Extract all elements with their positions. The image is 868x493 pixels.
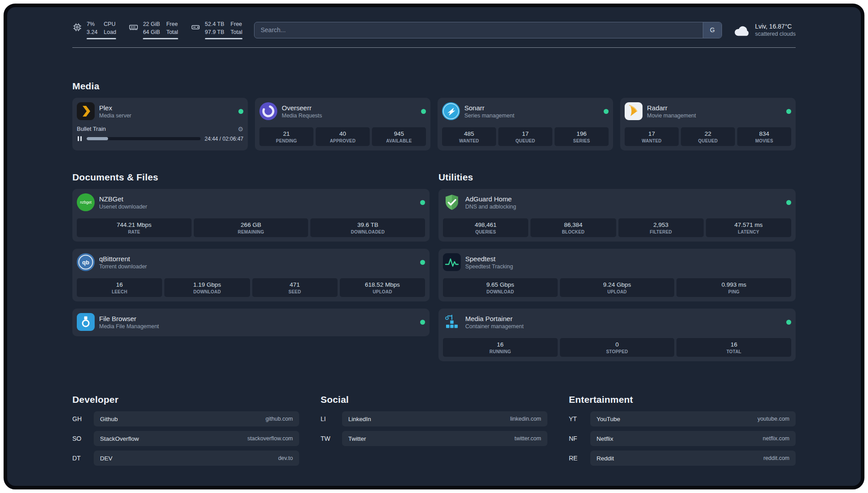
- service-subtitle: Media server: [99, 113, 131, 119]
- weather-text: Lviv, 16.87°C scattered clouds: [755, 23, 796, 37]
- service-name: NZBGet: [99, 195, 147, 203]
- service-stats: 16 RUNNING 0 STOPPED 16 TOTAL: [443, 338, 791, 357]
- service-subtitle: Movie management: [647, 113, 696, 119]
- bookmark-abbr: SO: [72, 435, 94, 442]
- bookmark-youtube[interactable]: YouTube youtube.com: [590, 411, 796, 426]
- bookmark-name: Netflix: [597, 435, 613, 442]
- weather-location: Lviv, 16.87°C: [755, 23, 796, 30]
- stat-value: 47.571 ms: [708, 221, 789, 228]
- service-name: File Browser: [99, 315, 159, 322]
- disk-free-label: Free: [230, 21, 242, 29]
- disk-total-label: Total: [230, 29, 242, 37]
- bookmark-group-social: Social LI LinkedIn linkedin.com TW Twitt…: [321, 394, 547, 466]
- stat-value: 0: [562, 341, 673, 348]
- topbar-divider: [72, 47, 796, 48]
- stat-tile: 9.65 Gbps DOWNLOAD: [443, 278, 558, 297]
- section-documents: Documents & Files nzbget NZBGet Usenet d…: [72, 172, 430, 361]
- cpu-icon: [72, 22, 82, 32]
- section-title-developer: Developer: [72, 394, 299, 405]
- portainer-icon: [443, 313, 461, 331]
- service-name: qBittorrent: [99, 255, 147, 263]
- bookmark-url: linkedin.com: [510, 416, 541, 422]
- status-dot: [238, 109, 243, 114]
- service-card-radarr[interactable]: Radarr Movie management 17 WANTED 22 QUE…: [620, 98, 796, 150]
- bookmark-row: TW Twitter twitter.com: [321, 431, 547, 446]
- stat-label: AVAILABLE: [374, 138, 424, 143]
- service-card-nzbget[interactable]: nzbget NZBGet Usenet downloader 744.21 M…: [72, 189, 430, 242]
- stat-label: PING: [678, 289, 789, 294]
- bookmark-url: netflix.com: [763, 435, 789, 442]
- service-card-portainer[interactable]: Media Portainer Container management 16 …: [438, 309, 796, 361]
- pause-icon[interactable]: [77, 135, 83, 142]
- bookmark-twitter[interactable]: Twitter twitter.com: [342, 431, 547, 446]
- stat-label: UPLOAD: [562, 289, 673, 294]
- stat-value: 9.65 Gbps: [445, 281, 556, 288]
- status-dot: [604, 109, 609, 114]
- stat-label: QUERIES: [445, 230, 526, 234]
- service-card-qbittorrent[interactable]: qb qBittorrent Torrent downloader 16: [72, 249, 430, 301]
- stat-label: APPROVED: [317, 138, 368, 143]
- bookmark-name: StackOverflow: [100, 435, 139, 442]
- bookmark-url: dev.to: [278, 455, 293, 461]
- stat-value: 498,461: [445, 221, 526, 228]
- search-input[interactable]: [255, 22, 703, 38]
- stat-label: DOWNLOADED: [312, 230, 423, 234]
- stat-value: 618.52 Mbps: [342, 281, 423, 288]
- service-card-sonarr[interactable]: Sonarr Series management 485 WANTED 17 Q…: [438, 98, 613, 150]
- service-card-speedtest[interactable]: Speedtest Speedtest Tracking 9.65 Gbps D…: [438, 249, 796, 301]
- stat-tile: 485 WANTED: [442, 127, 496, 146]
- section-utilities: Utilities: [438, 172, 796, 361]
- bookmark-row: LI LinkedIn linkedin.com: [321, 411, 547, 426]
- stat-value: 744.21 Mbps: [79, 221, 190, 228]
- cpu-load-label: Load: [104, 29, 116, 37]
- overseerr-icon: [259, 102, 277, 120]
- bookmark-row: YT YouTube youtube.com: [569, 411, 796, 426]
- service-card-plex[interactable]: Plex Media server Bullet Train ⚙: [72, 98, 248, 150]
- bookmark-abbr: RE: [569, 455, 590, 462]
- svg-text:qb: qb: [82, 259, 89, 266]
- service-card-adguard[interactable]: AdGuard Home DNS and adblocking 498,461 …: [438, 189, 796, 242]
- bookmark-netflix[interactable]: Netflix netflix.com: [590, 431, 796, 446]
- plex-icon: [77, 102, 95, 120]
- memory-readout: 22 GiB 64 GiB Free Total: [143, 21, 178, 39]
- stat-tile: 1.19 Gbps DOWNLOAD: [164, 278, 250, 297]
- bookmark-group-entertainment: Entertainment YT YouTube youtube.com NF …: [569, 394, 796, 466]
- bookmark-linkedin[interactable]: LinkedIn linkedin.com: [342, 411, 547, 426]
- resource-widgets: 7% 3.24 CPU Load: [72, 21, 242, 39]
- disk-readout: 52.4 TB 97.9 TB Free Total: [205, 21, 242, 39]
- search-provider-button[interactable]: G: [703, 22, 722, 38]
- memory-progress-bar: [143, 38, 178, 39]
- service-stats: 744.21 Mbps RATE 266 GB REMAINING 39.6 T…: [77, 218, 425, 237]
- service-name: Speedtest: [465, 255, 513, 263]
- cpu-load: 3.24: [87, 29, 97, 37]
- bookmark-dev[interactable]: DEV dev.to: [94, 451, 299, 466]
- service-stats: 485 WANTED 17 QUEUED 196 SERIES: [442, 127, 609, 146]
- bookmark-name: Github: [100, 416, 118, 422]
- memory-widget: 22 GiB 64 GiB Free Total: [129, 21, 178, 39]
- stat-value: 1.19 Gbps: [166, 281, 248, 288]
- status-dot: [420, 320, 425, 325]
- bookmark-name: Reddit: [597, 455, 614, 462]
- gear-icon[interactable]: ⚙: [238, 126, 243, 132]
- memory-icon: [129, 22, 138, 32]
- stat-tile: 17 WANTED: [625, 127, 679, 146]
- status-dot: [786, 320, 791, 325]
- stat-label: LEECH: [79, 289, 160, 294]
- service-card-filebrowser[interactable]: File Browser Media File Management: [72, 309, 430, 336]
- weather-condition: scattered clouds: [755, 31, 796, 37]
- stat-label: BLOCKED: [532, 230, 614, 234]
- topbar: 7% 3.24 CPU Load: [72, 21, 796, 39]
- plex-now-playing: Bullet Train ⚙ 24:44 / 02:06:47: [77, 125, 243, 142]
- stat-tile: 266 GB REMAINING: [194, 218, 309, 237]
- stat-label: SERIES: [556, 138, 607, 143]
- bookmark-github[interactable]: Github github.com: [94, 411, 299, 426]
- bookmark-stackoverflow[interactable]: StackOverflow stackoverflow.com: [94, 431, 299, 446]
- service-card-overseerr[interactable]: Overseerr Media Requests 21 PENDING 40 A…: [255, 98, 430, 150]
- bookmark-abbr: NF: [569, 435, 590, 442]
- bookmark-group-developer: Developer GH Github github.com SO StackO…: [72, 394, 299, 466]
- stat-tile: 40 APPROVED: [316, 127, 370, 146]
- stat-value: 86,384: [532, 221, 614, 228]
- disk-free: 52.4 TB: [205, 21, 225, 29]
- service-name: Plex: [99, 104, 131, 112]
- bookmark-reddit[interactable]: Reddit reddit.com: [590, 451, 796, 466]
